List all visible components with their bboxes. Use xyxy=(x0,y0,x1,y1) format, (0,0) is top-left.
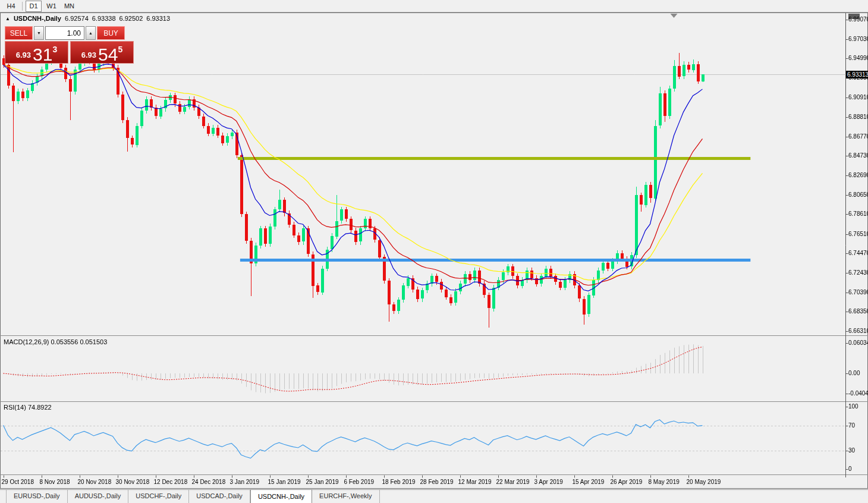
sell-price-small: 6.93 xyxy=(16,51,31,59)
chart-tab-bar: EURUSD-,DailyAUDUSD-,DailyUSDCHF-,DailyU… xyxy=(0,489,868,503)
volume-input[interactable] xyxy=(45,26,84,40)
buy-price-big: 54 xyxy=(98,46,118,62)
buy-button[interactable]: BUY xyxy=(97,26,125,40)
chart-tab-usdcad-daily[interactable]: USDCAD-,Daily xyxy=(189,490,250,503)
toolbar-separator xyxy=(22,2,23,11)
sell-price-sup: 3 xyxy=(52,45,57,54)
volume-decrease-button[interactable]: ▼ xyxy=(34,26,44,40)
chart-tab-usdchf-daily[interactable]: USDCHF-,Daily xyxy=(128,490,189,503)
timeframe-button-d1[interactable]: D1 xyxy=(26,1,42,12)
sell-price-big: 31 xyxy=(33,46,52,62)
sell-price-button[interactable]: 6.93 31 3 xyxy=(5,41,68,64)
one-click-trade-panel: SELL ▼ ▲ BUY 6.93 31 3 6.93 54 5 xyxy=(5,26,134,64)
chart-tab-eurchf-weekly[interactable]: EURCHF-,Weekly xyxy=(312,490,379,503)
timeframe-button-w1[interactable]: W1 xyxy=(43,1,59,12)
chart-tab-usdcnh-daily[interactable]: USDCNH-,Daily xyxy=(250,489,312,503)
timeframe-toolbar: H4 D1 W1 MN xyxy=(0,0,868,12)
chart-canvas[interactable] xyxy=(0,0,868,503)
buy-price-small: 6.93 xyxy=(81,51,96,59)
volume-increase-button[interactable]: ▲ xyxy=(86,26,96,40)
sell-button[interactable]: SELL xyxy=(5,26,33,40)
buy-price-sup: 5 xyxy=(118,45,122,54)
timeframe-button-h4[interactable]: H4 xyxy=(3,1,19,12)
arrow-up-icon: ▲ xyxy=(89,31,93,35)
chart-tab-audusd-daily[interactable]: AUDUSD-,Daily xyxy=(68,490,129,503)
chart-tab-eurusd-daily[interactable]: EURUSD-,Daily xyxy=(6,490,68,503)
timeframe-button-mn[interactable]: MN xyxy=(61,1,77,12)
arrow-down-icon: ▼ xyxy=(37,31,41,35)
buy-price-button[interactable]: 6.93 54 5 xyxy=(70,41,134,64)
